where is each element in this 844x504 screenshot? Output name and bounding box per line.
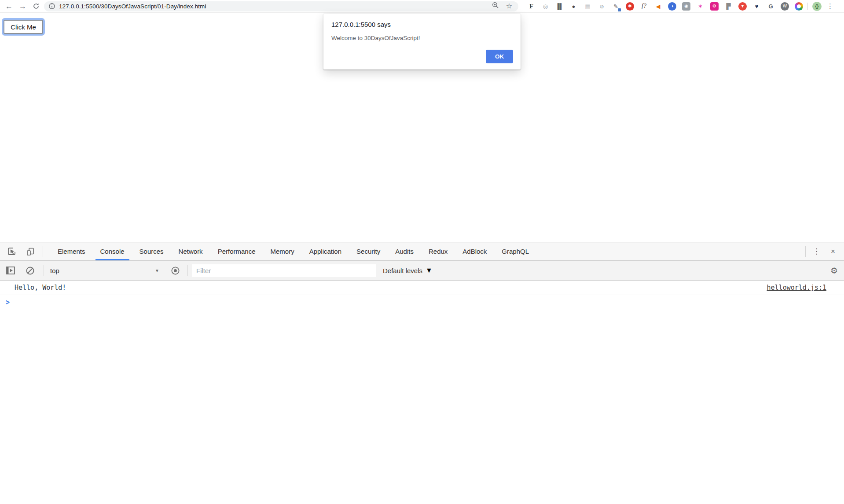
bookmark-extension-icon[interactable]: ▼ [738, 2, 747, 11]
alert-dialog: 127.0.0.1:5500 says Welcome to 30DaysOfJ… [323, 14, 521, 69]
zoom-icon[interactable] [492, 2, 499, 11]
tab-sources[interactable]: Sources [132, 242, 171, 260]
blocks-extension-icon[interactable]: ▛ [724, 2, 733, 11]
console-message: Hello, World! [15, 284, 767, 292]
tab-network[interactable]: Network [171, 242, 210, 260]
devtools-panel: Elements Console Sources Network Perform… [0, 242, 844, 504]
levels-label: Default levels [383, 267, 422, 274]
tabbar-separator [43, 246, 43, 257]
console-prompt-chevron-icon: > [6, 298, 10, 307]
reload-icon[interactable] [33, 3, 40, 10]
device-toolbar-icon[interactable] [26, 247, 35, 256]
devtools-menu-icon[interactable]: ⋮ [807, 247, 826, 256]
click-me-button[interactable]: Click Me [4, 20, 43, 34]
page-info-icon[interactable] [49, 3, 55, 9]
browser-toolbar: ← → 127.0.0.1:5500/30DaysOfJavaScript/01… [0, 0, 844, 13]
console-log-row: Hello, World! helloworld.js:1 [0, 281, 844, 295]
font-capture-extension-icon[interactable]: F [527, 2, 536, 11]
tab-audits[interactable]: Audits [388, 242, 421, 260]
w-circle-extension-icon[interactable]: W [781, 2, 789, 11]
console-output: Hello, World! helloworld.js:1 > [0, 281, 844, 504]
extensions-area: F◎▐▌●▦☺✎✱f?◀◑◉✶⚙▛▼♥GW [527, 2, 803, 11]
clear-console-icon[interactable] [26, 266, 35, 275]
alert-dialog-title: 127.0.0.1:5500 says [331, 21, 391, 28]
heart-search-extension-icon[interactable]: ♥ [752, 2, 761, 11]
toolbar-separator [807, 3, 808, 10]
console-sidebar-icon[interactable] [5, 265, 16, 276]
atom-extension-icon[interactable]: ◎ [541, 2, 550, 11]
tab-graphql[interactable]: GraphQL [494, 242, 536, 260]
toolbar-separator-1 [44, 265, 44, 276]
profile-avatar[interactable]: {} [812, 2, 822, 11]
devtools-close-icon[interactable]: × [827, 247, 839, 256]
console-toolbar: top ▼ Default levels ▼ ⚙ [0, 261, 844, 281]
tab-adblock[interactable]: AdBlock [455, 242, 494, 260]
devtools-tabs: Elements Console Sources Network Perform… [50, 242, 805, 260]
forward-icon[interactable]: → [19, 3, 26, 10]
inspect-element-icon[interactable] [7, 247, 16, 256]
back-icon[interactable]: ← [5, 3, 13, 10]
log-levels-selector[interactable]: Default levels ▼ [383, 267, 433, 274]
smiley-extension-icon[interactable]: ☺ [598, 2, 606, 11]
tab-application[interactable]: Application [302, 242, 349, 260]
math-extension-icon[interactable]: f? [640, 2, 648, 11]
devtools-window-controls: ⋮ × [805, 246, 844, 257]
stop-hand-extension-icon[interactable]: ✱ [626, 2, 634, 11]
browser-nav: ← → [0, 3, 44, 10]
toolbar-separator-2 [163, 265, 163, 276]
console-filter-input[interactable] [192, 264, 376, 277]
toolbar-separator-3 [187, 265, 188, 276]
console-settings-gear-icon[interactable]: ⚙ [824, 266, 844, 276]
orb-extension-icon[interactable]: ◑ [668, 2, 676, 11]
gear-square-extension-icon[interactable]: ⚙ [710, 2, 719, 11]
tab-redux[interactable]: Redux [421, 242, 455, 260]
tab-elements[interactable]: Elements [50, 242, 93, 260]
grid-extension-icon[interactable]: ▦ [583, 2, 592, 11]
tab-console[interactable]: Console [93, 242, 132, 260]
live-expression-eye-icon[interactable] [170, 266, 180, 276]
context-selector[interactable]: top ▼ [50, 267, 159, 274]
console-prompt-row[interactable]: > [0, 295, 844, 309]
bug-extension-icon[interactable]: ● [569, 2, 578, 11]
context-caret-icon: ▼ [155, 268, 159, 273]
context-label: top [50, 267, 155, 274]
devtools-tabbar: Elements Console Sources Network Perform… [0, 242, 844, 261]
columns-extension-icon[interactable]: ▐▌ [555, 2, 564, 11]
devtools-left-icons [0, 247, 43, 256]
controls-separator [805, 246, 806, 257]
camera-extension-icon[interactable]: ◉ [682, 2, 690, 11]
console-source-link[interactable]: helloworld.js:1 [767, 284, 826, 292]
tab-performance[interactable]: Performance [210, 242, 263, 260]
g-letter-extension-icon[interactable]: G [767, 2, 775, 11]
alert-ok-button[interactable]: OK [486, 50, 513, 63]
url-text[interactable]: 127.0.0.1:5500/30DaysOfJavaScript/01-Day… [59, 3, 492, 10]
rainbow-extension-icon[interactable] [795, 2, 803, 11]
screen: ← → 127.0.0.1:5500/30DaysOfJavaScript/01… [0, 0, 844, 504]
bookmark-star-icon[interactable]: ☆ [506, 3, 512, 10]
alert-dialog-message: Welcome to 30DaysOfJavaScript! [331, 35, 420, 41]
eyedropper-extension-icon[interactable]: ✎ [612, 2, 620, 11]
graphql-extension-icon[interactable]: ✶ [696, 2, 705, 11]
megaphone-extension-icon[interactable]: ◀ [654, 2, 662, 11]
tab-memory[interactable]: Memory [263, 242, 302, 260]
browser-menu-icon[interactable]: ⋮ [822, 2, 840, 10]
omnibox-actions: ☆ [492, 2, 514, 11]
tab-security[interactable]: Security [349, 242, 388, 260]
levels-caret-icon: ▼ [426, 267, 433, 274]
address-bar[interactable]: 127.0.0.1:5500/30DaysOfJavaScript/01-Day… [44, 1, 518, 11]
